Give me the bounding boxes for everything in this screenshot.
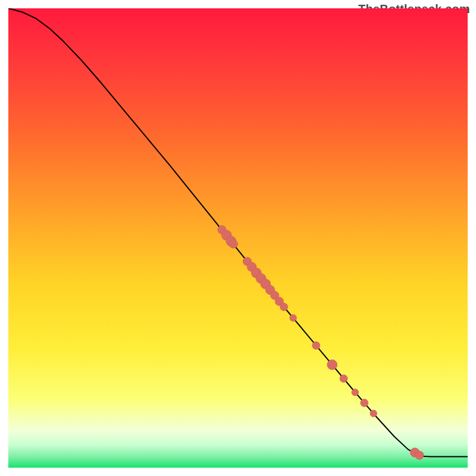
data-marker	[361, 399, 368, 407]
plot-svg	[8, 8, 468, 468]
data-marker	[370, 410, 377, 417]
data-marker	[290, 314, 297, 321]
plot-area	[8, 8, 468, 468]
chart-frame: TheBottleneck.com	[0, 0, 476, 476]
data-marker	[280, 303, 288, 311]
data-marker	[229, 240, 237, 248]
data-marker	[340, 375, 347, 383]
data-marker	[415, 451, 424, 459]
data-marker	[312, 342, 320, 349]
data-marker	[352, 389, 359, 396]
data-marker	[327, 360, 337, 370]
background-gradient	[8, 8, 468, 468]
